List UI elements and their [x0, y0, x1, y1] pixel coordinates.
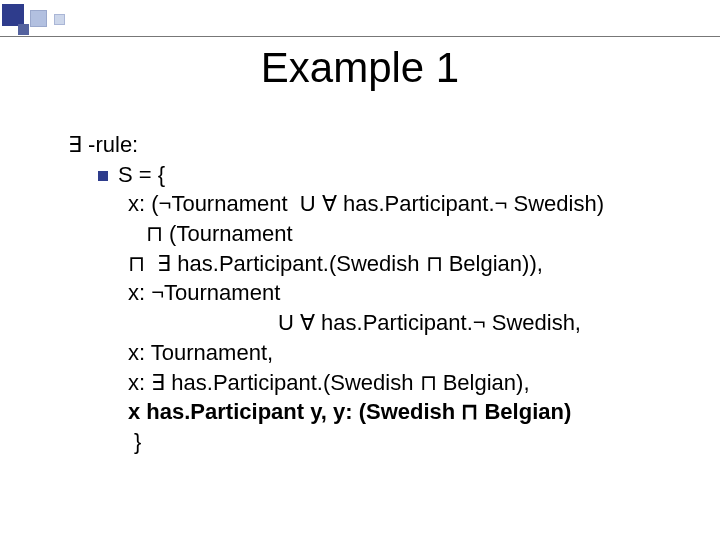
- header-divider: [0, 36, 720, 37]
- set-definition: S = { x: (¬Tournament U ∀ has.Participan…: [98, 160, 680, 457]
- set-line: ⊓ (Tournament: [128, 219, 680, 249]
- deco-square-icon: [30, 10, 47, 27]
- slide-title: Example 1: [0, 44, 720, 92]
- set-line: ⊓ ∃ has.Participant.(Swedish ⊓ Belgian))…: [128, 249, 680, 279]
- bullet-icon: [98, 171, 108, 181]
- set-open: S = {: [118, 162, 165, 187]
- set-close: }: [128, 427, 680, 457]
- set-line: x: ¬Tournament: [128, 278, 680, 308]
- set-line: x: ∃ has.Participant.(Swedish ⊓ Belgian)…: [128, 368, 680, 398]
- slide: Example 1 ∃ -rule: S = { x: (¬Tournament…: [0, 0, 720, 540]
- slide-body: ∃ -rule: S = { x: (¬Tournament U ∀ has.P…: [68, 130, 680, 457]
- corner-decoration: [0, 0, 120, 36]
- set-line: U ∀ has.Participant.¬ Swedish,: [128, 308, 680, 338]
- deco-square-icon: [18, 24, 29, 35]
- set-line: x: Tournament,: [128, 338, 680, 368]
- set-line: x: (¬Tournament U ∀ has.Participant.¬ Sw…: [128, 189, 680, 219]
- deco-square-icon: [2, 4, 24, 26]
- rule-heading: ∃ -rule:: [68, 130, 680, 160]
- deco-square-icon: [54, 14, 65, 25]
- set-body: x: (¬Tournament U ∀ has.Participant.¬ Sw…: [128, 189, 680, 456]
- set-line-bold: x has.Participant y, y: (Swedish ⊓ Belgi…: [128, 397, 680, 427]
